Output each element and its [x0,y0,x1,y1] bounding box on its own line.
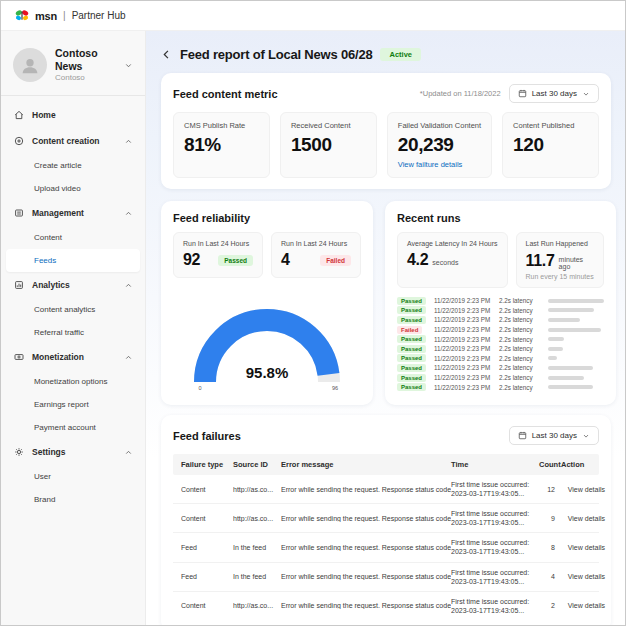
column-header-time: Time [451,460,539,469]
sidebar-item-settings[interactable]: Settings [1,439,145,465]
run-latency: 2.2s latency [499,364,543,371]
run-status-badge: Passed [397,297,426,305]
failure-row: Contenthttp://as.co...Error while sendin… [173,475,599,504]
failure-error-message: Error while sending the request. Respons… [281,573,451,580]
failure-type: Content [181,486,233,493]
run-status-badge: Passed [397,354,426,362]
metric-value: 120 [513,134,588,156]
sidebar-item-create-article[interactable]: Create article [1,154,145,177]
failure-time: First time issue occurred:2023-03-17T19:… [451,509,539,527]
sidebar-item-analytics[interactable]: Analytics [1,272,145,298]
run-row: Passed11/22/2019 2:23 PM2.2s latency [397,334,604,344]
column-header-failure-type: Failure type [181,460,233,469]
metric-tile-cms-publish-rate: CMS Publish Rate 81% [173,112,270,178]
brand-divider: | [63,10,66,21]
runs-failed-value: 4 [281,251,290,269]
run-row: Passed11/22/2019 2:23 PM2.2s latency [397,306,604,316]
average-latency-label: Average Latency In 24 Hours [407,240,498,247]
sidebar-item-home[interactable]: Home [1,102,145,128]
sidebar-item-monetization[interactable]: Monetization [1,344,145,370]
view-details-link[interactable]: View details [561,602,607,609]
sidebar-item-content[interactable]: Content [1,226,145,249]
run-timestamp: 11/22/2019 2:23 PM [434,374,494,381]
metric-tile-failed-validation: Failed Validation Content 20,239 View fa… [387,112,492,178]
failure-source-id: http://as.co... [233,486,281,493]
metric-range-dropdown[interactable]: Last 30 days [509,84,599,103]
column-header-action: Action [561,460,607,469]
run-bar [548,308,594,312]
sidebar-item-earnings-report[interactable]: Earnings report [1,393,145,416]
metric-label: Received Content [291,121,366,130]
sidebar-item-label: Analytics [32,280,70,290]
view-failure-details-link[interactable]: View failture details [398,160,481,169]
failure-source-id: http://as.co... [233,602,281,609]
run-detail-bar [548,328,604,332]
failure-error-message: Error while sending the request. Respons… [281,486,451,493]
page-header: Feed report of Local News 06/28 Active [161,41,611,67]
failure-count: 2 [539,602,561,609]
runs-passed-value: 92 [183,251,200,269]
sidebar-item-referral-traffic[interactable]: Referral traffic [1,321,145,344]
failure-count: 12 [539,486,561,493]
run-timestamp: 11/22/2019 2:23 PM [434,364,494,371]
view-details-link[interactable]: View details [561,573,607,580]
run-latency: 2.2s latency [499,384,543,391]
run-bar [548,337,564,341]
last-run-tile: Last Run Happened 11.7 minutes ago Run e… [516,232,604,288]
product-name: Partner Hub [72,10,126,21]
run-row: Passed11/22/2019 2:23 PM2.2s latency [397,382,604,392]
calendar-icon [518,89,527,98]
failure-time: First time issue occurred:2023-03-17T19:… [451,568,539,586]
metric-tile-received-content: Received Content 1500 [280,112,377,178]
runs-failed-label: Run In Last 24 Hours [281,240,351,247]
feed-content-metric-title: Feed content metric [173,88,278,100]
failure-count: 8 [539,544,561,551]
run-bar [548,328,601,332]
sidebar-item-content-analytics[interactable]: Content analytics [1,298,145,321]
sidebar-item-user[interactable]: User [1,465,145,488]
run-timestamp: 11/22/2019 2:23 PM [434,345,494,352]
person-icon [19,54,41,76]
sidebar-item-upload-video[interactable]: Upload video [1,177,145,200]
feed-failures-title: Feed failures [173,430,241,442]
sidebar-item-management[interactable]: Management [1,200,145,226]
run-latency: 2.2s latency [499,307,543,314]
sidebar-item-content-creation[interactable]: Content creation [1,128,145,154]
back-button[interactable] [161,49,172,60]
passed-badge: Passed [218,255,253,266]
run-timestamp: 11/22/2019 2:23 PM [434,384,494,391]
chevron-down-icon [582,90,590,98]
brand-name: msn [35,10,57,22]
run-row: Passed11/22/2019 2:23 PM2.2s latency [397,344,604,354]
sidebar-item-label: Home [32,110,56,120]
view-details-link[interactable]: View details [561,486,607,493]
avatar [13,48,47,82]
chevron-up-icon [124,448,133,457]
chevron-down-icon [124,61,133,70]
failure-row: FeedIn the feedError while sending the r… [173,563,599,592]
run-status-badge: Passed [397,374,426,382]
run-bar [548,366,593,370]
sidebar-item-payment-account[interactable]: Payment account [1,416,145,439]
sidebar-item-brand[interactable]: Brand [1,488,145,511]
metric-value: 20,239 [398,134,481,156]
sidebar-item-monetization-options[interactable]: Monetization options [1,370,145,393]
run-latency: 2.2s latency [499,345,543,352]
account-switcher[interactable]: Contoso News Contoso [1,39,145,95]
view-details-link[interactable]: View details [561,544,607,551]
run-timestamp: 11/22/2019 2:23 PM [434,307,494,314]
failures-range-label: Last 30 days [532,431,577,440]
feed-content-metric-card: Feed content metric *Updated on 11/18/20… [161,73,611,189]
run-row: Passed11/22/2019 2:23 PM2.2s latency [397,315,604,325]
last-run-value: 11.7 [526,252,555,270]
sidebar-item-label: Settings [32,447,66,457]
run-bar [548,299,604,303]
failures-range-dropdown[interactable]: Last 30 days [509,426,599,445]
failure-type: Feed [181,544,233,551]
view-details-link[interactable]: View details [561,515,607,522]
average-latency-value: 4.2 [407,251,428,269]
sidebar-item-feeds[interactable]: Feeds [6,249,140,272]
last-run-unit: minutes ago [559,256,594,270]
run-detail-bar [548,366,604,370]
failure-row: FeedIn the feedError while sending the r… [173,533,599,562]
